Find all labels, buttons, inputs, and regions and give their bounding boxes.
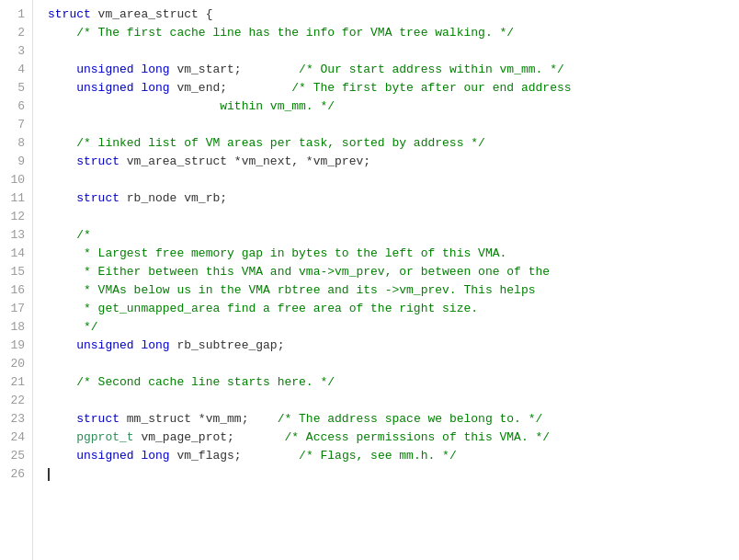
text-cursor bbox=[48, 468, 50, 481]
line-number: 12 bbox=[0, 208, 32, 226]
code-line: /* Second cache line starts here. */ bbox=[48, 373, 739, 392]
line-number: 19 bbox=[0, 337, 32, 355]
line-number: 5 bbox=[0, 79, 32, 97]
code-line: pgprot_t vm_page_prot; /* Access permiss… bbox=[48, 429, 739, 447]
line-number: 10 bbox=[0, 171, 32, 189]
token-id: vm_flags; bbox=[170, 449, 299, 463]
token-id: vm_end; bbox=[170, 81, 292, 95]
line-number: 11 bbox=[0, 189, 32, 208]
token-kw: long bbox=[141, 449, 169, 463]
line-number: 13 bbox=[0, 226, 32, 245]
token-cm: /* Our start address within vm_mm. */ bbox=[299, 63, 564, 76]
token-cm: * Either between this VMA and vma->vm_pr… bbox=[48, 265, 550, 279]
token-cm: within vm_mm. */ bbox=[48, 99, 335, 113]
token-kw: unsigned bbox=[48, 338, 134, 352]
token-id: vm_area_struct *vm_next, *vm_prev; bbox=[119, 154, 370, 168]
line-number: 18 bbox=[0, 318, 32, 337]
token-id: mm_struct *vm_mm; bbox=[119, 412, 278, 426]
code-line bbox=[48, 116, 739, 134]
token-cm: /* bbox=[48, 228, 91, 242]
code-line: struct vm_area_struct { bbox=[48, 6, 739, 24]
token-cm: * VMAs below us in the VMA rbtree and it… bbox=[48, 283, 536, 297]
line-number: 8 bbox=[0, 134, 32, 153]
token-type: pgprot_t bbox=[48, 430, 134, 444]
line-number: 3 bbox=[0, 42, 32, 61]
token-cm: /* Flags, see mm.h. */ bbox=[299, 449, 457, 463]
token-cm: /* linked list of VM areas per task, sor… bbox=[48, 136, 485, 150]
token-id: vm_area_struct { bbox=[91, 7, 213, 21]
token-cm: /* The address space we belong to. */ bbox=[278, 412, 543, 426]
token-cm: /* Second cache line starts here. */ bbox=[48, 375, 335, 389]
token-kw: struct bbox=[48, 154, 119, 168]
code-line: unsigned long rb_subtree_gap; bbox=[48, 337, 739, 355]
code-area[interactable]: struct vm_area_struct { /* The first cac… bbox=[33, 0, 739, 560]
line-number: 1 bbox=[0, 6, 32, 24]
token-kw: unsigned bbox=[48, 81, 134, 95]
code-line bbox=[48, 465, 739, 484]
line-number: 17 bbox=[0, 300, 32, 318]
line-number: 23 bbox=[0, 410, 32, 429]
line-number: 6 bbox=[0, 97, 32, 116]
line-numbers: 1234567891011121314151617181920212223242… bbox=[0, 0, 33, 560]
code-line: unsigned long vm_flags; /* Flags, see mm… bbox=[48, 447, 739, 465]
token-cm: * Largest free memory gap in bytes to th… bbox=[48, 246, 506, 260]
code-line: struct mm_struct *vm_mm; /* The address … bbox=[48, 410, 739, 429]
token-kw: unsigned bbox=[48, 63, 134, 76]
code-editor: 1234567891011121314151617181920212223242… bbox=[0, 0, 739, 560]
token-cm: /* The first cache line has the info for… bbox=[48, 26, 514, 40]
code-line: * Either between this VMA and vma->vm_pr… bbox=[48, 263, 739, 281]
token-kw: long bbox=[141, 338, 169, 352]
code-line: struct rb_node vm_rb; bbox=[48, 189, 739, 208]
line-number: 20 bbox=[0, 355, 32, 373]
token-id: rb_node vm_rb; bbox=[119, 191, 227, 205]
line-number: 16 bbox=[0, 281, 32, 300]
line-number: 15 bbox=[0, 263, 32, 281]
code-line: * Largest free memory gap in bytes to th… bbox=[48, 245, 739, 263]
code-line: */ bbox=[48, 318, 739, 337]
token-kw: struct bbox=[48, 7, 91, 21]
code-line bbox=[48, 392, 739, 410]
line-number: 7 bbox=[0, 116, 32, 134]
code-line bbox=[48, 42, 739, 61]
token-cm: * get_unmapped_area find a free area of … bbox=[48, 302, 478, 315]
token-kw: unsigned bbox=[48, 449, 134, 463]
code-line: within vm_mm. */ bbox=[48, 97, 739, 116]
line-number: 26 bbox=[0, 465, 32, 484]
line-number: 4 bbox=[0, 61, 32, 79]
line-number: 2 bbox=[0, 24, 32, 42]
line-number: 24 bbox=[0, 429, 32, 447]
line-number: 9 bbox=[0, 153, 32, 171]
code-line: /* bbox=[48, 226, 739, 245]
token-id: vm_start; bbox=[170, 63, 299, 76]
token-cm: /* Access permissions of this VMA. */ bbox=[284, 430, 550, 444]
token-id: rb_subtree_gap; bbox=[170, 338, 285, 352]
code-line: * VMAs below us in the VMA rbtree and it… bbox=[48, 281, 739, 300]
code-line bbox=[48, 208, 739, 226]
token-cm: */ bbox=[48, 320, 98, 334]
token-kw: struct bbox=[48, 412, 119, 426]
token-kw: long bbox=[141, 81, 169, 95]
code-line bbox=[48, 171, 739, 189]
code-line: /* The first cache line has the info for… bbox=[48, 24, 739, 42]
token-cm: /* The first byte after our end address bbox=[291, 81, 571, 95]
line-number: 25 bbox=[0, 447, 32, 465]
token-kw: long bbox=[141, 63, 169, 76]
code-line bbox=[48, 355, 739, 373]
token-kw: struct bbox=[48, 191, 119, 205]
code-line: unsigned long vm_end; /* The first byte … bbox=[48, 79, 739, 97]
code-line: struct vm_area_struct *vm_next, *vm_prev… bbox=[48, 153, 739, 171]
line-number: 21 bbox=[0, 373, 32, 392]
code-line: /* linked list of VM areas per task, sor… bbox=[48, 134, 739, 153]
line-number: 22 bbox=[0, 392, 32, 410]
token-id: vm_page_prot; bbox=[134, 430, 285, 444]
line-number: 14 bbox=[0, 245, 32, 263]
code-line: unsigned long vm_start; /* Our start add… bbox=[48, 61, 739, 79]
code-line: * get_unmapped_area find a free area of … bbox=[48, 300, 739, 318]
